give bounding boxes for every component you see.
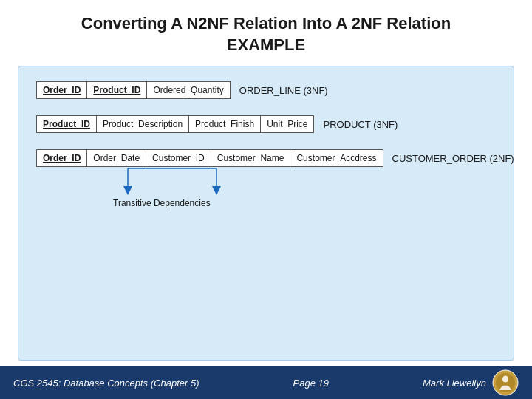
diagram-area: Order_ID Product_ID Ordered_Quantity ORD… [18,66,514,361]
footer: CGS 2545: Database Concepts (Chapter 5) … [0,366,532,399]
order-line-row: Order_ID Product_ID Ordered_Quantity ORD… [36,81,496,99]
footer-page: Page 19 [293,378,329,389]
col-order-id: Order_ID [37,82,87,98]
transitive-arrows-svg [69,167,290,200]
svg-point-5 [502,376,508,383]
col-product-id-ol: Product_ID [87,82,147,98]
col-product-id-p: Product_ID [37,116,97,132]
col-customer-address: Customer_Accdress [290,150,382,166]
col-product-finish: Product_Finish [189,116,261,132]
customer-order-label: CUSTOMER_ORDER (2NF) [392,153,514,164]
footer-right: Mark Llewellyn [423,369,519,396]
col-unit-price: Unit_Price [261,116,313,132]
col-customer-id: Customer_ID [146,150,211,166]
col-product-desc: Product_Description [97,116,189,132]
footer-course: CGS 2545: Database Concepts (Chapter 5) [13,378,199,389]
col-order-date: Order_Date [87,150,146,166]
customer-order-row: Order_ID Order_Date Customer_ID Customer… [36,149,496,167]
col-customer-name: Customer_Name [211,150,291,166]
col-order-id-co: Order_ID [37,150,87,166]
footer-logo-icon [492,369,519,396]
customer-order-section: Order_ID Order_Date Customer_ID Customer… [36,149,496,208]
product-row: Product_ID Product_Description Product_F… [36,115,496,133]
product-table: Product_ID Product_Description Product_F… [36,115,314,133]
product-label: PRODUCT (3NF) [323,119,398,130]
order-line-label: ORDER_LINE (3NF) [239,85,328,96]
footer-author: Mark Llewellyn [423,378,486,389]
slide-title: Converting A N2NF Relation Into A 2NF Re… [18,13,514,55]
col-ordered-qty: Ordered_Quantity [147,82,229,98]
order-line-table: Order_ID Product_ID Ordered_Quantity [36,81,231,99]
customer-order-table: Order_ID Order_Date Customer_ID Customer… [36,149,383,167]
transitive-label: Transitive Dependencies [113,198,496,208]
